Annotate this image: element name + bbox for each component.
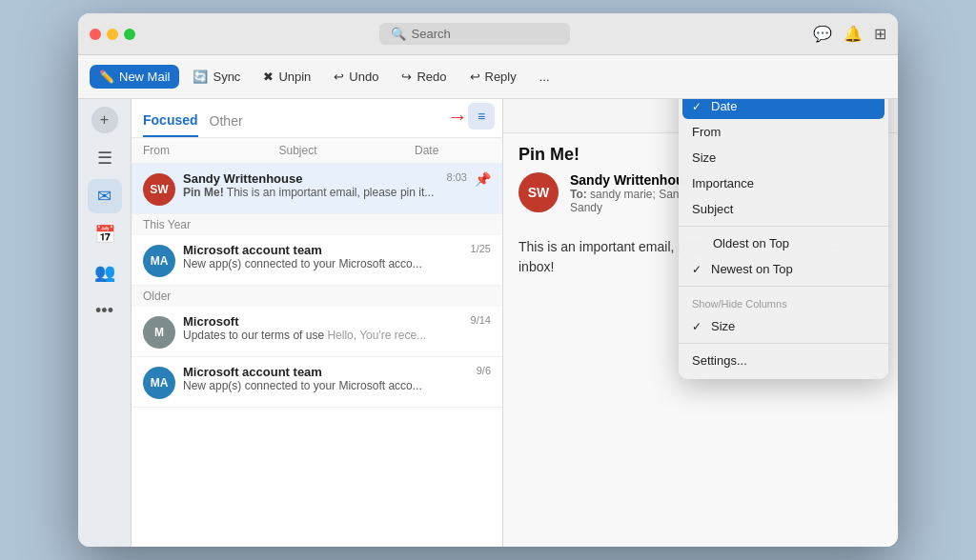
sort-date-label: Date — [711, 99, 737, 113]
search-label: Search — [412, 27, 451, 41]
tab-focused[interactable]: Focused — [143, 107, 198, 137]
avatar-sw: SW — [143, 173, 175, 206]
email-sender: Sandy Writtenhouse — [183, 171, 439, 186]
email-detail: ↩ ↩↩ ↪ Pin Me! SW Sandy Writtenhouse To:… — [503, 99, 898, 547]
email-tabs: Focused Other → ≡ — [132, 99, 502, 138]
column-size-label: Size — [711, 319, 735, 333]
main-content: + ☰ ✉ 📅 👥 ••• Focused Other → ≡ From Sub… — [78, 99, 898, 547]
email-subject-4: New app(s) connected to your Microsoft a… — [183, 379, 469, 392]
email-item-msaccount-1[interactable]: MA Microsoft account team New app(s) con… — [132, 235, 502, 286]
sidebar-contacts-icon[interactable]: 👥 — [88, 255, 122, 290]
sort-date[interactable]: ✓ Date — [682, 99, 884, 119]
sort-from[interactable]: From — [679, 119, 888, 145]
sidebar: + ☰ ✉ 📅 👥 ••• — [78, 99, 132, 547]
close-button[interactable] — [90, 29, 101, 40]
unpin-icon: ✖ — [263, 70, 274, 84]
tab-other[interactable]: Other — [210, 108, 243, 136]
email-sender-2: Microsoft account team — [183, 243, 463, 257]
reply-icon: ↩ — [470, 70, 480, 84]
redo-icon: ↪ — [401, 70, 412, 84]
sender-avatar: SW — [518, 172, 559, 212]
bell-icon[interactable]: 🔔 — [844, 25, 863, 43]
menu-divider-2 — [679, 226, 888, 227]
undo-label: Undo — [349, 70, 378, 84]
reply-button[interactable]: ↩ Reply — [460, 65, 526, 89]
email-content-4: Microsoft account team New app(s) connec… — [183, 365, 469, 392]
email-item-microsoft[interactable]: M Microsoft Updates to our terms of use … — [132, 307, 502, 357]
undo-icon: ↩ — [334, 70, 344, 84]
search-icon: 🔍 — [391, 27, 406, 41]
reply-label: Reply — [485, 70, 517, 84]
header-from: From — [143, 144, 279, 157]
show-hide-label: Show/Hide Columns — [679, 290, 888, 313]
email-sender-4: Microsoft account team — [183, 365, 469, 379]
subject-preview: This is an important email, please pin i… — [227, 186, 434, 199]
subject-bold: Pin Me! — [183, 186, 224, 199]
new-mail-label: New Mail — [119, 70, 170, 84]
pin-icon: 📌 — [475, 171, 491, 187]
to-label: To: — [570, 188, 587, 201]
sidebar-hamburger[interactable]: ☰ — [88, 141, 122, 175]
email-item-msaccount-2[interactable]: MA Microsoft account team New app(s) con… — [132, 357, 502, 408]
menu-divider-4 — [679, 343, 888, 344]
traffic-lights — [90, 29, 135, 40]
order-newest[interactable]: ✓ Newest on Top — [679, 256, 888, 282]
email-subject: Pin Me! This is an important email, plea… — [183, 186, 439, 199]
maximize-button[interactable] — [124, 29, 135, 40]
sort-importance[interactable]: Importance — [679, 170, 888, 196]
avatar-ma-1: MA — [143, 245, 175, 277]
title-search-area: 🔍 Search — [143, 23, 805, 45]
chat-icon[interactable]: 💬 — [813, 25, 832, 43]
order-newest-label: Newest on Top — [711, 262, 793, 276]
sort-importance-label: Importance — [692, 176, 754, 190]
header-subject: Subject — [279, 144, 416, 157]
title-bar: 🔍 Search 💬 🔔 ⊞ — [78, 13, 898, 55]
search-box[interactable]: 🔍 Search — [379, 23, 570, 45]
email-content: Sandy Writtenhouse Pin Me! This is an im… — [183, 171, 439, 199]
email-list-header: From Subject Date — [132, 138, 502, 164]
toolbar: ✏️ New Mail 🔄 Sync ✖ Unpin ↩ Undo ↪ Redo… — [78, 55, 898, 99]
order-oldest[interactable]: Oldest on Top — [679, 230, 888, 256]
email-time-4: 9/6 — [477, 365, 491, 376]
email-sender-3: Microsoft — [183, 314, 463, 329]
email-time-2: 1/25 — [471, 243, 491, 254]
email-panel: Focused Other → ≡ From Subject Date SW S… — [132, 99, 503, 547]
compose-icon: ✏️ — [99, 70, 114, 84]
sidebar-more-icon[interactable]: ••• — [88, 293, 122, 328]
avatar-ma-2: MA — [143, 367, 175, 399]
more-label: ... — [539, 70, 550, 84]
sidebar-add-button[interactable]: + — [92, 107, 118, 133]
sort-size[interactable]: Size — [679, 145, 888, 170]
sort-subject[interactable]: Subject — [679, 196, 888, 222]
settings-label: Settings... — [692, 353, 747, 368]
sidebar-mail-icon[interactable]: ✉ — [88, 179, 122, 213]
sidebar-calendar-icon[interactable]: 📅 — [88, 217, 122, 251]
new-mail-button[interactable]: ✏️ New Mail — [90, 65, 179, 89]
sort-from-label: From — [692, 125, 721, 139]
filter-arrow: → — [447, 105, 468, 130]
more-button[interactable]: ... — [530, 65, 559, 89]
email-item-pinned[interactable]: SW Sandy Writtenhouse Pin Me! This is an… — [132, 164, 502, 214]
size-check-icon: ✓ — [692, 320, 702, 333]
oldest-check-placeholder — [692, 236, 705, 250]
email-content-3: Microsoft Updates to our terms of use He… — [183, 314, 463, 342]
section-older: Older — [132, 286, 502, 307]
order-oldest-label: Oldest on Top — [713, 236, 789, 250]
undo-button[interactable]: ↩ Undo — [324, 65, 388, 89]
sync-icon: 🔄 — [193, 70, 208, 84]
newest-check-icon: ✓ — [692, 263, 702, 276]
redo-button[interactable]: ↪ Redo — [392, 65, 456, 89]
sort-subject-label: Subject — [692, 202, 733, 216]
settings-item[interactable]: Settings... — [679, 348, 888, 373]
sync-button[interactable]: 🔄 Sync — [183, 65, 250, 89]
app-window: 🔍 Search 💬 🔔 ⊞ ✏️ New Mail 🔄 Sync ✖ Unpi… — [78, 13, 898, 547]
column-size[interactable]: ✓ Size — [679, 313, 888, 339]
minimize-button[interactable] — [107, 29, 118, 40]
filter-button[interactable]: ≡ — [468, 103, 495, 130]
title-actions: 💬 🔔 ⊞ — [813, 25, 886, 43]
avatar-ms: M — [143, 316, 175, 349]
grid-icon[interactable]: ⊞ — [874, 25, 886, 43]
redo-label: Redo — [417, 70, 446, 84]
unpin-button[interactable]: ✖ Unpin — [254, 65, 320, 89]
menu-divider-3 — [679, 286, 888, 287]
